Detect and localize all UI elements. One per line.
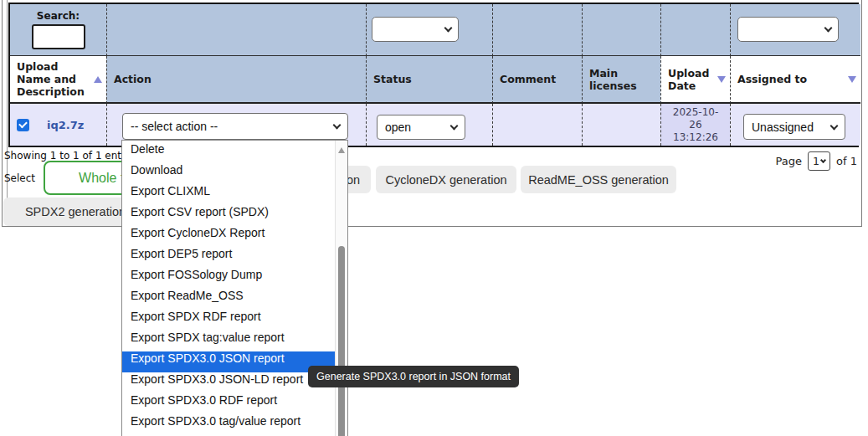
filter-cell-action bbox=[106, 4, 366, 56]
page-select[interactable]: 1 bbox=[808, 151, 830, 171]
row-cell-name: iq2.7z bbox=[10, 104, 106, 146]
status-select[interactable]: open bbox=[377, 115, 465, 140]
action-menu-item[interactable]: Export DEP5 report bbox=[122, 247, 335, 268]
action-menu-item[interactable]: Export SPDX3.0 JSON-LD report bbox=[122, 372, 335, 393]
filter-cell-assigned bbox=[730, 4, 860, 56]
menu-item-tooltip: Generate SPDX3.0 report in JSON format bbox=[308, 366, 519, 387]
filter-cell-search: Search: bbox=[10, 4, 106, 56]
page-label: Page bbox=[776, 155, 802, 167]
action-menu-item[interactable]: Export CycloneDX Report bbox=[122, 226, 335, 247]
scrollbar-thumb[interactable] bbox=[338, 246, 345, 436]
filter-cell-status bbox=[366, 4, 492, 56]
menu-scrollbar[interactable] bbox=[335, 141, 347, 436]
assigned-filter-select[interactable] bbox=[737, 17, 839, 42]
row-cell-comment bbox=[492, 104, 582, 146]
row-cell-upload-date: 2025-10-26 13:12:26 bbox=[660, 104, 730, 146]
scroll-up-icon[interactable] bbox=[338, 147, 345, 153]
row-checkbox[interactable] bbox=[17, 119, 29, 131]
chevron-down-icon bbox=[444, 24, 453, 33]
upload-date-value: 2025-10-26 13:12:26 bbox=[670, 106, 722, 144]
column-header-upload-date[interactable]: Upload Date bbox=[660, 56, 730, 104]
cyclonedx-generation-button[interactable]: CycloneDX generation bbox=[376, 166, 516, 193]
chevron-down-icon bbox=[824, 24, 833, 33]
sort-desc-icon bbox=[848, 76, 856, 83]
action-menu-item[interactable]: Download bbox=[122, 163, 335, 184]
action-select[interactable]: -- select action -- bbox=[122, 113, 348, 140]
column-header-main-licenses: Main licenses bbox=[582, 56, 660, 104]
action-menu-item[interactable]: Export FOSSology Dump bbox=[122, 268, 335, 289]
action-menu-item[interactable]: Delete bbox=[122, 142, 335, 163]
filter-cell-upload-date bbox=[660, 4, 730, 56]
sort-desc-icon bbox=[717, 76, 726, 83]
filter-cell-main-licenses bbox=[582, 4, 660, 56]
pagination: Page 1 of 1 bbox=[776, 151, 857, 171]
chevron-down-icon bbox=[830, 121, 839, 130]
chevron-down-icon bbox=[450, 122, 459, 131]
uploads-page: Search: Upload Name and Description Acti… bbox=[0, 0, 868, 436]
column-header-action: Action bbox=[106, 56, 366, 104]
column-header-upload-name[interactable]: Upload Name and Description bbox=[10, 56, 106, 104]
column-header-assigned-to[interactable]: Assigned to bbox=[730, 56, 860, 104]
action-menu-item[interactable]: Export SPDX3.0 tag/value report bbox=[122, 414, 335, 435]
action-menu-item[interactable]: Export SPDX3.0 RDF report bbox=[122, 393, 335, 414]
chevron-down-icon bbox=[333, 121, 342, 130]
select-label: Select bbox=[4, 172, 35, 184]
action-menu-item[interactable]: Export CSV report (SPDX) bbox=[122, 205, 335, 226]
action-menu-item[interactable]: Export CLIXML bbox=[122, 184, 335, 205]
page-of-label: of 1 bbox=[836, 155, 857, 167]
panel-divider bbox=[7, 0, 8, 225]
assigned-select[interactable]: Unassigned bbox=[743, 114, 845, 140]
action-select-menu: Delete Download Export CLIXML Export CSV… bbox=[121, 140, 348, 436]
action-menu-item[interactable]: Export ReadMe_OSS bbox=[122, 289, 335, 310]
sort-asc-icon bbox=[94, 76, 102, 83]
upload-name-link[interactable]: iq2.7z bbox=[47, 119, 84, 131]
readme-oss-generation-button[interactable]: ReadME_OSS generation bbox=[521, 166, 676, 193]
status-filter-select[interactable] bbox=[372, 17, 459, 42]
chevron-down-icon bbox=[820, 156, 826, 162]
filter-cell-comment bbox=[492, 4, 582, 56]
search-label: Search: bbox=[37, 10, 80, 22]
table-info-text: Showing 1 to 1 of 1 entries bbox=[4, 150, 140, 162]
action-menu-item[interactable]: Export SPDX3.0 JSON report bbox=[122, 351, 335, 372]
search-input[interactable] bbox=[32, 24, 85, 49]
action-menu-item[interactable]: Export SPDX RDF report bbox=[122, 310, 335, 331]
column-header-comment: Comment bbox=[492, 56, 582, 104]
column-header-status: Status bbox=[366, 56, 492, 104]
action-menu-item[interactable]: Export SPDX tag:value report bbox=[122, 331, 335, 351]
row-cell-main-licenses bbox=[582, 104, 660, 146]
